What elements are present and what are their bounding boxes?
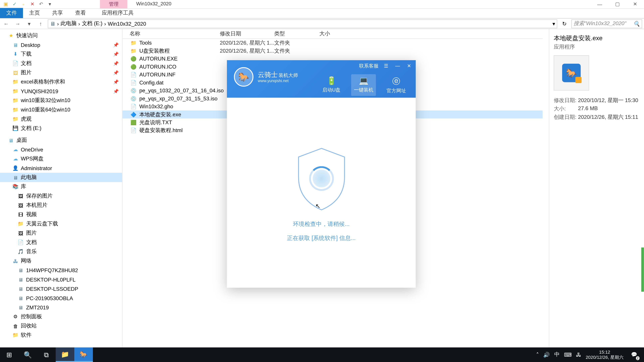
ribbon-tab-file[interactable]: 文件: [0, 8, 23, 18]
sidebar-network-pc3[interactable]: 🖥DESKTOP-LSSOEDP: [0, 284, 122, 294]
breadcrumb-part-folder[interactable]: Win10x32_2020: [108, 21, 146, 27]
sidebar-downloads[interactable]: ⬇下载📌: [0, 49, 122, 59]
ribbon-tab-share[interactable]: 共享: [46, 8, 69, 18]
installer-tab-oneclick[interactable]: 💻一键装机: [351, 74, 376, 96]
ribbon-tab-home[interactable]: 主页: [23, 8, 46, 18]
breadcrumb-part-thispc[interactable]: 此电脑: [60, 20, 76, 27]
breadcrumb-part-drive[interactable]: 文档 (E:): [82, 20, 102, 27]
clock-date: 2020/12/26, 星期六: [586, 355, 624, 360]
nav-back-button[interactable]: ←: [2, 21, 11, 27]
file-name: pe_yqs_1032_20_07_31_16_04.iso: [139, 87, 224, 94]
sidebar-saved-pictures[interactable]: 🖼保存的图片: [0, 191, 122, 201]
tray-keyboard-icon[interactable]: ⌨: [564, 352, 572, 358]
sidebar-software[interactable]: 📁软件: [0, 331, 122, 340]
sidebar-documents2[interactable]: 📄文档: [0, 238, 122, 247]
sidebar-quick-access[interactable]: ★快速访问: [0, 31, 122, 40]
navigation-pane[interactable]: ★快速访问 🖥Desktop📌 ⬇下载📌 📄文档📌 🖼图片📌 📁excel表格制…: [0, 29, 122, 348]
installer-menu-icon[interactable]: ☰: [382, 62, 390, 70]
ribbon-tab-apptools[interactable]: 应用程序工具: [96, 8, 140, 18]
qat-check-icon[interactable]: ✓: [10, 0, 18, 8]
sidebar-pictures[interactable]: 🖼图片📌: [0, 68, 122, 77]
picture-icon: 🖼: [18, 230, 24, 236]
sidebar-win10-64[interactable]: 📁win10重装64位win10: [0, 105, 122, 114]
search-input[interactable]: 搜索"Win10x32_2020" 🔍: [572, 19, 642, 28]
minimize-button[interactable]: —: [591, 0, 608, 8]
column-name[interactable]: 名称: [122, 30, 220, 37]
installer-tab-usb[interactable]: 🔋启动U盘: [320, 74, 343, 96]
sidebar-huguan[interactable]: 📁虎观: [0, 114, 122, 124]
window-controls: — ▢ ✕: [591, 0, 644, 8]
sidebar-libraries[interactable]: 📚库: [0, 182, 122, 191]
pin-icon: 📌: [113, 61, 118, 66]
sidebar-pictures2[interactable]: 🖼图片: [0, 228, 122, 238]
qat-dropdown-icon[interactable]: ▾: [46, 0, 54, 8]
start-button[interactable]: ⊞: [0, 348, 18, 362]
sidebar-excel[interactable]: 📁excel表格制作求和📌: [0, 77, 122, 86]
installer-close-button[interactable]: ✕: [405, 62, 413, 70]
installer-tab-website[interactable]: ⓔ官方网址: [384, 74, 409, 96]
file-row[interactable]: 📁U盘安装教程2020/12/26, 星期六 1...文件夹: [122, 47, 542, 55]
folder-icon[interactable]: ▣: [2, 0, 10, 8]
search-button[interactable]: 🔍: [18, 348, 37, 362]
file-icon: 📁: [130, 48, 137, 54]
scroll-indicator[interactable]: [641, 248, 644, 292]
sidebar-local-pictures[interactable]: 🖼本机照片: [0, 201, 122, 210]
file-name: AUTORUN.EXE: [139, 56, 178, 62]
column-date[interactable]: 修改日期: [220, 30, 274, 37]
tray-volume-icon[interactable]: 🔊: [543, 352, 550, 358]
installer-brand: 🐎 云骑士装机大师 www.yunqishi.net: [227, 60, 298, 87]
file-type: 文件夹: [274, 39, 319, 46]
sidebar-documents[interactable]: 📄文档📌: [0, 59, 122, 68]
column-size[interactable]: 大小: [319, 30, 355, 37]
sidebar-this-pc[interactable]: 🖥此电脑: [0, 173, 122, 182]
sidebar-music[interactable]: 🎵音乐: [0, 247, 122, 256]
task-view-button[interactable]: ⧉: [37, 348, 56, 362]
notification-button[interactable]: 💬2: [628, 349, 640, 361]
sidebar-control-panel[interactable]: ⚙控制面板: [0, 312, 122, 321]
taskbar-explorer[interactable]: 📁: [56, 348, 74, 362]
sidebar-onedrive[interactable]: ☁OneDrive: [0, 145, 122, 154]
sidebar-recycle-bin[interactable]: 🗑回收站: [0, 321, 122, 331]
pin-icon: 📌: [113, 70, 118, 75]
file-row[interactable]: 📁Tools2020/12/26, 星期六 1...文件夹: [122, 39, 542, 47]
nav-history-dropdown[interactable]: ▾: [25, 21, 34, 27]
qat-new-icon[interactable]: ▫: [20, 0, 27, 8]
qat-delete-icon[interactable]: ✕: [28, 0, 36, 8]
column-type[interactable]: 类型: [274, 30, 319, 37]
installer-minimize-button[interactable]: —: [394, 62, 402, 70]
sidebar-docs-e[interactable]: 💾文档 (E:): [0, 124, 122, 133]
sidebar-desktop[interactable]: 🖥Desktop📌: [0, 40, 122, 49]
file-icon: 📄: [130, 127, 137, 133]
refresh-button[interactable]: ↻: [560, 21, 569, 27]
context-tab-manage[interactable]: 管理: [100, 0, 127, 8]
usb-icon: 🔋: [322, 76, 340, 86]
sidebar-administrator[interactable]: 👤Administrator: [0, 164, 122, 173]
sidebar-network-pc1[interactable]: 🖥1H4WPFQ7KZ8HU82: [0, 266, 122, 275]
nav-up-button[interactable]: ↑: [36, 21, 45, 27]
sidebar-win10-32[interactable]: 📁win10重装32位win10: [0, 96, 122, 105]
sidebar-network-pc2[interactable]: 🖥DESKTOP-HL0PLFL: [0, 275, 122, 284]
search-icon[interactable]: 🔍: [633, 21, 640, 27]
sidebar-network-pc4[interactable]: 🖥PC-20190530OBLA: [0, 294, 122, 303]
nav-forward-button[interactable]: →: [13, 21, 22, 27]
breadcrumb-dropdown-icon[interactable]: ▾: [552, 21, 555, 27]
maximize-button[interactable]: ▢: [608, 0, 626, 8]
installer-contact-link[interactable]: 联系客服: [359, 62, 378, 69]
tray-ime-icon[interactable]: 中: [554, 351, 560, 359]
sidebar-tianyi[interactable]: 📁天翼云盘下载: [0, 219, 122, 228]
taskbar-installer[interactable]: 🐎: [74, 348, 93, 362]
tray-network-icon[interactable]: 🖧: [576, 352, 581, 358]
sidebar-wps[interactable]: ☁WPS网盘: [0, 154, 122, 163]
ribbon-tab-view[interactable]: 查看: [69, 8, 92, 18]
taskbar-clock[interactable]: 15:12 2020/12/26, 星期六: [586, 350, 624, 360]
sidebar-network-pc5[interactable]: 🖥ZMT2019: [0, 303, 122, 312]
qat-undo-icon[interactable]: ↶: [37, 0, 45, 8]
tray-chevron-up-icon[interactable]: ˄: [536, 352, 539, 358]
breadcrumb[interactable]: 🖥 › 此电脑 › 文档 (E:) › Win10x32_2020 ▾: [48, 19, 557, 28]
sidebar-network[interactable]: 🖧网络: [0, 256, 122, 266]
close-button[interactable]: ✕: [626, 0, 644, 8]
sidebar-label: 下载: [21, 50, 31, 58]
sidebar-yunqishi2019[interactable]: 📁YUNQISHI2019📌: [0, 87, 122, 96]
sidebar-desktop-cn[interactable]: 🖥桌面: [0, 136, 122, 145]
sidebar-videos[interactable]: 🎞视频: [0, 210, 122, 219]
